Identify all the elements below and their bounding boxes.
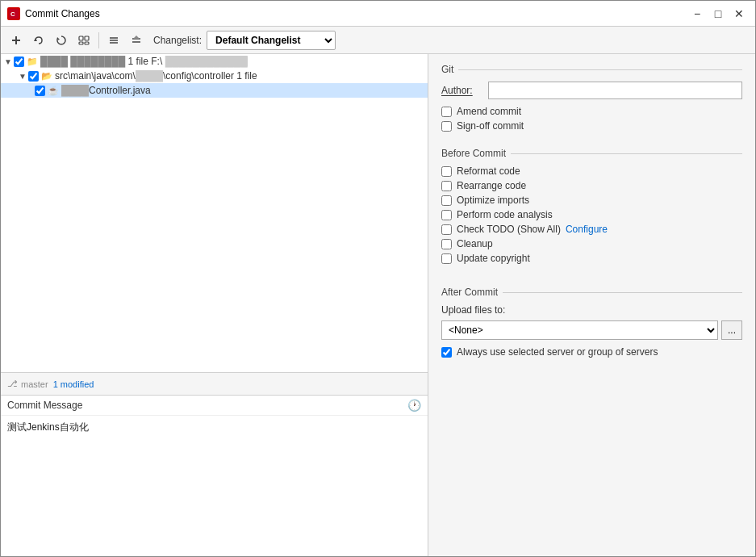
optimize-checkbox[interactable] xyxy=(441,195,452,206)
before-commit-header: Before Commit xyxy=(441,148,742,159)
upload-settings-button[interactable]: ... xyxy=(721,320,742,340)
branch-name: master xyxy=(21,379,48,389)
analysis-checkbox[interactable] xyxy=(441,210,452,220)
cleanup-row: Cleanup xyxy=(441,238,742,249)
window-controls: − □ ✕ xyxy=(687,5,749,23)
group-button[interactable] xyxy=(73,30,94,51)
always-use-label[interactable]: Always use selected server or group of s… xyxy=(457,346,658,358)
optimize-label[interactable]: Optimize imports xyxy=(457,195,529,206)
file-tree[interactable]: ▼ 📁 ████ ████████ 1 file F:\ ███████████… xyxy=(1,54,428,372)
collapse-button[interactable] xyxy=(126,30,147,51)
expand-button[interactable] xyxy=(103,30,124,51)
always-use-row: Always use selected server or group of s… xyxy=(441,346,742,358)
svg-rect-9 xyxy=(85,42,89,44)
todo-row: Check TODO (Show All) Configure xyxy=(441,224,742,235)
close-button[interactable]: ✕ xyxy=(729,5,749,23)
git-section: Git Author: Amend commit Sign-off commit xyxy=(441,64,742,135)
author-row: Author: xyxy=(441,82,742,99)
signoff-commit-checkbox[interactable] xyxy=(441,121,452,132)
copyright-checkbox[interactable] xyxy=(441,253,452,264)
changelist-label: Changelist: xyxy=(153,35,202,46)
analysis-row: Perform code analysis xyxy=(441,209,742,220)
maximize-button[interactable]: □ xyxy=(708,5,728,23)
left-panel: ▼ 📁 ████ ████████ 1 file F:\ ███████████… xyxy=(1,54,428,556)
changelist-select[interactable]: Default Changelist xyxy=(207,31,336,50)
todo-label[interactable]: Check TODO (Show All) xyxy=(457,224,561,235)
toolbar: Changelist: Default Changelist xyxy=(1,27,755,54)
minimize-button[interactable]: − xyxy=(687,5,707,23)
java-file-icon: ☕ xyxy=(48,86,59,96)
svg-rect-7 xyxy=(85,36,89,40)
separator-1 xyxy=(98,32,99,48)
undo-button[interactable] xyxy=(28,30,49,51)
right-panel: Git Author: Amend commit Sign-off commit xyxy=(428,54,755,556)
title-bar: C Commit Changes − □ ✕ xyxy=(1,1,755,27)
window-title: Commit Changes xyxy=(25,8,687,19)
changelist-dropdown[interactable]: Default Changelist xyxy=(207,31,336,50)
add-button[interactable] xyxy=(6,30,27,51)
svg-rect-6 xyxy=(79,36,83,40)
optimize-row: Optimize imports xyxy=(441,195,742,206)
modified-count: 1 modified xyxy=(53,379,94,389)
branch-icon: ⎇ xyxy=(7,379,18,389)
signoff-commit-row: Sign-off commit xyxy=(441,120,742,132)
commit-label-row: Commit Message 🕐 xyxy=(1,396,428,416)
analysis-label[interactable]: Perform code analysis xyxy=(457,209,553,220)
rearrange-checkbox[interactable] xyxy=(441,181,452,191)
reformat-checkbox[interactable] xyxy=(441,166,452,177)
tree-item-package[interactable]: ▼ 📂 src\main\java\com\████\config\contro… xyxy=(1,69,428,83)
git-section-header: Git xyxy=(441,64,742,75)
tree-item-file[interactable]: ☕ ████Controller.java xyxy=(1,83,428,98)
svg-marker-15 xyxy=(133,36,140,39)
rearrange-label[interactable]: Rearrange code xyxy=(457,180,526,191)
tree-item-root[interactable]: ▼ 📁 ████ ████████ 1 file F:\ ███████████… xyxy=(1,54,428,69)
author-label: Author: xyxy=(441,85,482,96)
cleanup-label[interactable]: Cleanup xyxy=(457,238,493,249)
tree-checkbox-file[interactable] xyxy=(35,86,45,96)
branch-info: ⎇ master xyxy=(7,379,48,389)
app-icon: C xyxy=(7,7,20,20)
configure-link[interactable]: Configure xyxy=(566,224,608,235)
tree-text-root: ████ ████████ 1 file F:\ ████████████ xyxy=(40,56,248,67)
reformat-row: Reformat code xyxy=(441,165,742,177)
commit-message-label: Commit Message xyxy=(7,400,82,411)
tree-checkbox-package[interactable] xyxy=(28,71,39,82)
copyright-label[interactable]: Update copyright xyxy=(457,253,530,264)
copyright-row: Update copyright xyxy=(441,253,742,264)
always-use-checkbox[interactable] xyxy=(441,347,452,358)
commit-area: Commit Message 🕐 测试Jenkins自动化 xyxy=(1,395,428,556)
package-folder-icon: 📂 xyxy=(41,71,52,82)
todo-checkbox[interactable] xyxy=(441,224,452,235)
tree-text-package: src\main\java\com\████\config\controller… xyxy=(55,70,257,82)
before-commit-section: Before Commit Reformat code Rearrange co… xyxy=(441,148,742,267)
svg-marker-5 xyxy=(56,37,60,40)
amend-commit-label[interactable]: Amend commit xyxy=(457,106,521,117)
main-content: ▼ 📁 ████ ████████ 1 file F:\ ███████████… xyxy=(1,54,755,556)
cleanup-checkbox[interactable] xyxy=(441,239,452,249)
tree-text-file: ████Controller.java xyxy=(61,85,151,96)
folder-icon: 📁 xyxy=(27,57,38,67)
upload-files-label: Upload files to: xyxy=(441,304,742,316)
history-icon[interactable]: 🕐 xyxy=(407,399,421,412)
status-bar: ⎇ master 1 modified xyxy=(1,372,428,395)
signoff-commit-label[interactable]: Sign-off commit xyxy=(457,120,524,132)
svg-text:C: C xyxy=(10,10,15,18)
refresh-button[interactable] xyxy=(51,30,72,51)
author-input[interactable] xyxy=(488,82,742,99)
commit-message-input[interactable]: 测试Jenkins自动化 xyxy=(1,416,428,556)
amend-commit-checkbox[interactable] xyxy=(441,107,452,117)
after-commit-section: After Commit Upload files to: <None> ...… xyxy=(441,287,742,361)
upload-select[interactable]: <None> xyxy=(441,320,718,340)
rearrange-row: Rearrange code xyxy=(441,180,742,191)
tree-checkbox-root[interactable] xyxy=(14,57,24,67)
upload-row: <None> ... xyxy=(441,320,742,340)
window: C Commit Changes − □ ✕ xyxy=(0,0,756,557)
after-commit-header: After Commit xyxy=(441,287,742,298)
amend-commit-row: Amend commit xyxy=(441,106,742,117)
svg-rect-8 xyxy=(79,42,83,44)
reformat-label[interactable]: Reformat code xyxy=(457,165,520,177)
